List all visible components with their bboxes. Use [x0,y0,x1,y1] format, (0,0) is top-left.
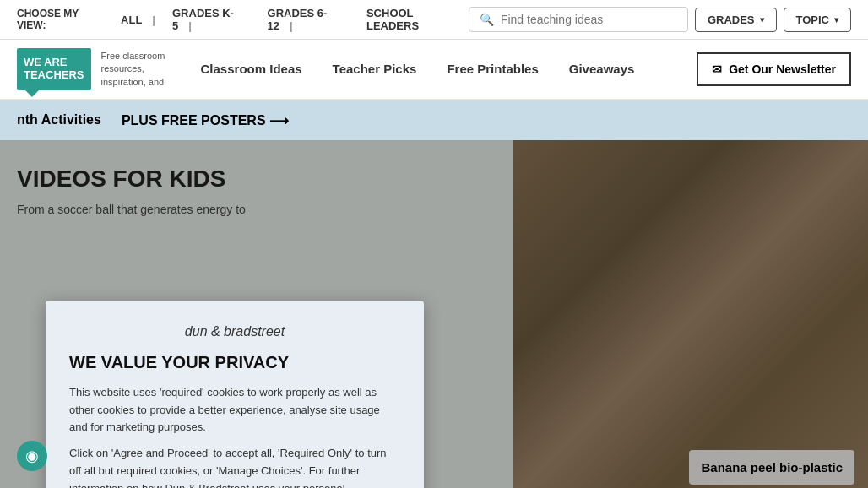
search-bar: 🔍 GRADES ▾ TOPIC ▾ [469,7,851,32]
modal-brand: dun & bradstreet [69,324,400,339]
search-icon: 🔍 [480,13,494,26]
grades-chevron-icon: ▾ [760,15,764,24]
modal-body-2: Click on 'Agree and Proceed' to accept a… [69,445,400,488]
topic-dropdown[interactable]: TOPIC ▾ [784,8,852,32]
choose-view-label: CHOOSE MY VIEW: [17,8,107,31]
activity-text: nth Activities [17,112,101,127]
logo-wrap: WE ARE TEACHERS Free classroom resources… [17,40,177,99]
site-logo[interactable]: WE ARE TEACHERS [17,48,91,90]
top-bar: CHOOSE MY VIEW: ALL GRADES K-5 GRADES 6-… [0,0,868,40]
search-input[interactable] [501,13,677,26]
search-input-wrap: 🔍 [469,7,688,32]
view-school-leaders[interactable]: SCHOOL LEADERS [363,7,469,32]
bottom-icon: ◉ [17,441,47,471]
promo-text: PLUS FREE POSTERS ⟶ [122,112,289,128]
nav-classroom-ideas[interactable]: Classroom Ideas [186,46,317,91]
main-nav: Classroom Ideas Teacher Picks Free Print… [186,46,650,91]
nav-giveaways[interactable]: Giveaways [554,46,650,91]
email-icon: ✉ [712,62,722,76]
logo-tagline: Free classroom resources, inspiration, a… [101,50,177,89]
view-k5[interactable]: GRADES K-5 [169,7,254,32]
nav-teacher-picks[interactable]: Teacher Picks [317,46,432,91]
topic-chevron-icon: ▾ [834,15,838,24]
nav-bar: WE ARE TEACHERS Free classroom resources… [0,40,868,100]
grades-dropdown[interactable]: GRADES ▾ [695,8,777,32]
choose-view: CHOOSE MY VIEW: ALL GRADES K-5 GRADES 6-… [17,7,469,32]
arrow-icon: ⟶ [269,113,289,127]
main-content: Videos for Kids From a soccer ball that … [0,140,868,488]
privacy-modal: dun & bradstreet WE VALUE YOUR PRIVACY T… [46,301,424,488]
modal-title: WE VALUE YOUR PRIVACY [69,353,400,372]
promo-banner: nth Activities PLUS FREE POSTERS ⟶ [0,100,868,140]
view-6-12[interactable]: GRADES 6-12 [264,7,353,32]
circle-icon: ◉ [25,447,39,465]
view-all[interactable]: ALL [117,14,159,26]
newsletter-button[interactable]: ✉ Get Our Newsletter [697,52,851,86]
nav-free-printables[interactable]: Free Printables [431,46,553,91]
modal-body-1: This website uses 'required' cookies to … [69,384,400,436]
